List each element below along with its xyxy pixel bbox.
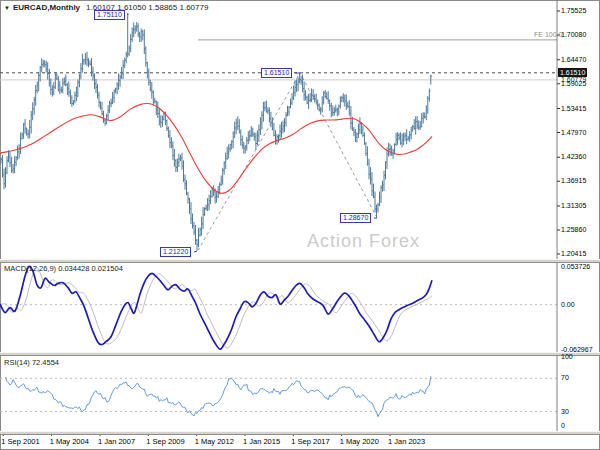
pane-splitter-dates[interactable] (0, 431, 600, 435)
pane-splitter-rsi[interactable] (0, 352, 600, 356)
macd-axis-label: -0.062967 (561, 346, 593, 353)
price-axis-label: 1.20415 (561, 250, 586, 257)
rsi-indicator-label: RSI(14) 72.4554 (4, 358, 59, 367)
chart-canvas[interactable] (0, 0, 600, 450)
highlighted-price-axis-label: 1.61510 (558, 68, 587, 77)
date-axis-label: 1 Jan 2007 (98, 437, 135, 446)
price-axis-label: 1.47970 (561, 129, 586, 136)
price-axis-label: 1.53415 (561, 105, 586, 112)
price-axis-label: 1.42360 (561, 153, 586, 160)
rsi-axis-label: 100 (561, 353, 573, 360)
symbol-timeframe-label: EURCAD,Monthly (13, 3, 80, 12)
watermark: Action Forex (307, 231, 420, 252)
macd-indicator-label: MACD(12,26,9) 0.034428 0.021504 (4, 264, 123, 273)
chart-window: Action Forex ▼EURCAD,Monthly1.60107 1.61… (0, 0, 600, 450)
price-callout-label: 1.75110 (94, 10, 125, 20)
date-axis-label: 1 May 2004 (50, 437, 89, 446)
date-axis-label: 1 Jan 2015 (243, 437, 280, 446)
macd-axis-label: 0.00 (561, 301, 575, 308)
price-axis-label: 1.36915 (561, 177, 586, 184)
current-price-axis-label: 1.60779 (561, 76, 586, 83)
macd-axis-label: 0.053726 (561, 263, 590, 270)
rsi-axis-label: 0 (561, 422, 565, 429)
price-axis-label: 1.64470 (561, 56, 586, 63)
price-axis-label: 1.25860 (561, 226, 586, 233)
rsi-axis-label: 70 (561, 374, 569, 381)
date-axis-label: 1 May 2020 (340, 437, 379, 446)
date-axis-label: 1 Jan 2023 (388, 437, 425, 446)
price-callout-label: 1.61510 (261, 68, 292, 78)
price-callout-label: 1.21220 (160, 247, 191, 257)
price-axis-label: 1.31305 (561, 202, 586, 209)
pane-splitter-macd[interactable] (0, 259, 600, 263)
price-axis-label: 1.75525 (561, 7, 586, 14)
symbol-dropdown-icon[interactable]: ▼ (4, 5, 10, 11)
rsi-axis-label: 30 (561, 408, 569, 415)
price-callout-label: 1.28670 (340, 213, 371, 223)
date-axis-label: 1 Sep 2009 (146, 437, 184, 446)
fibonacci-expansion-label: FE 100.0 (534, 31, 562, 38)
date-axis-label: 1 Sep 2017 (291, 437, 329, 446)
price-axis-label: 1.70080 (561, 31, 586, 38)
date-axis-label: 1 Sep 2001 (1, 437, 39, 446)
date-axis-label: 1 May 2012 (195, 437, 234, 446)
